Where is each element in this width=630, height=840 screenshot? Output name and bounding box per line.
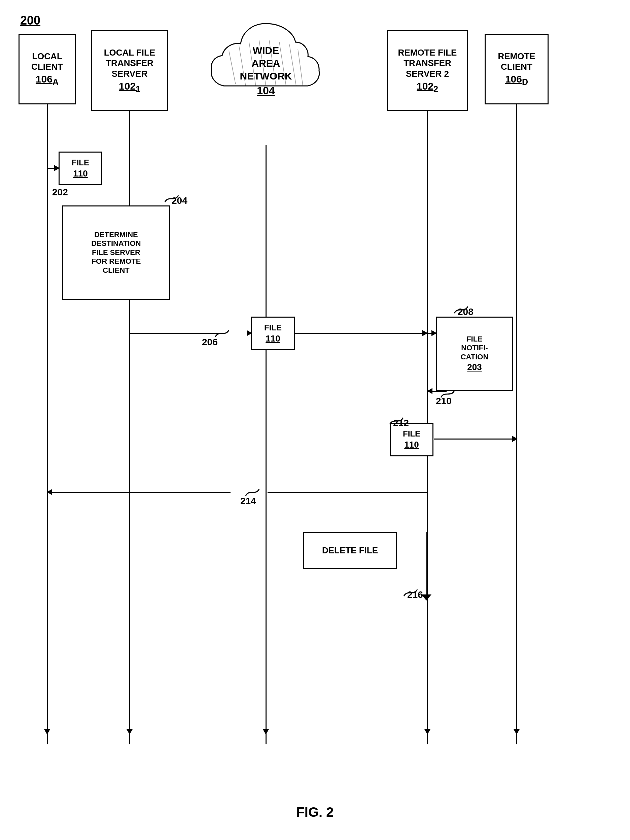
determine-box: DETERMINEDESTINATIONFILE SERVERFOR REMOT…	[62, 205, 170, 300]
break-204	[162, 192, 182, 205]
delete-box-connector	[427, 532, 427, 570]
arrow-206-left	[129, 333, 224, 334]
file-box-3-title: FILE	[403, 429, 421, 439]
local-client-lifeline	[47, 104, 48, 744]
svg-text:WIDE: WIDE	[253, 45, 279, 56]
remote-fts-title: REMOTE FILETRANSFERSERVER 2	[398, 47, 457, 79]
break-212	[386, 414, 406, 428]
arrow-216-head	[421, 594, 432, 601]
remote-client-ref: 106D	[505, 73, 528, 87]
label-214: 214	[240, 496, 256, 507]
arrow-file3-to-rclient	[434, 439, 517, 439]
rfts-arrow-down	[427, 707, 428, 734]
local-client-ref: 106A	[36, 73, 58, 87]
delete-file-box: DELETE FILE	[303, 532, 397, 569]
break-208	[451, 303, 471, 317]
wan-cloud: WIDE AREA NETWORK 104	[209, 17, 323, 145]
file-box-2: FILE 110	[251, 317, 295, 350]
remote-client-box: REMOTECLIENT 106D	[485, 34, 548, 104]
determine-box-title: DETERMINEDESTINATIONFILE SERVERFOR REMOT…	[91, 231, 141, 275]
remote-fts-ref: 1022	[417, 81, 438, 94]
file-box-2-title: FILE	[264, 323, 282, 333]
svg-text:NETWORK: NETWORK	[240, 70, 292, 82]
label-202: 202	[52, 187, 68, 198]
remote-fts-box: REMOTE FILETRANSFERSERVER 2 1022	[387, 30, 468, 111]
remote-client-title: REMOTECLIENT	[498, 51, 535, 72]
diagram-number: 200	[20, 13, 40, 28]
file-notification-ref: 203	[467, 362, 482, 373]
local-client-title: LOCALCLIENT	[31, 51, 63, 72]
file-box-3-ref: 110	[404, 439, 419, 450]
local-fts-title: LOCAL FILETRANSFERSERVER	[104, 47, 156, 79]
file-notification-title: FILENOTIFI-CATION	[461, 335, 489, 362]
diagram-container: 200 LOCALCLIENT 106A LOCAL FILETRANSFERS…	[0, 0, 630, 840]
arrow-202	[47, 168, 59, 169]
local-client-box: LOCALCLIENT 106A	[19, 34, 76, 104]
label-206: 206	[202, 337, 218, 347]
local-fts-ref: 1021	[119, 81, 140, 94]
lfts-arrow-down	[129, 707, 130, 734]
file-box-1-title: FILE	[72, 158, 89, 168]
lc-arrow-down	[47, 707, 48, 734]
svg-marker-12	[421, 594, 432, 600]
file-notification-box: FILENOTIFI-CATION 203	[436, 317, 513, 391]
rc-arrow-down	[516, 707, 517, 734]
arrow-rfts-to-notif	[427, 333, 436, 334]
file-box-1-ref: 110	[73, 168, 88, 179]
wan-lifeline	[266, 145, 266, 744]
remote-client-lifeline	[516, 104, 517, 744]
break-216	[400, 586, 421, 600]
arrow-file2-to-rfts	[295, 333, 427, 334]
file-box-1: FILE 110	[58, 152, 102, 185]
svg-text:AREA: AREA	[251, 58, 280, 69]
arrow-214-left	[47, 492, 230, 493]
wan-arrow-down	[266, 707, 266, 734]
delete-file-title: DELETE FILE	[322, 545, 378, 556]
break-210	[438, 387, 458, 401]
fig-caption: FIG. 2	[296, 805, 334, 820]
local-fts-box: LOCAL FILETRANSFERSERVER 1021	[91, 30, 168, 111]
arrow-214-right	[268, 492, 427, 493]
arrow-216-line	[427, 569, 427, 596]
file-box-2-ref: 110	[266, 333, 280, 344]
svg-text:104: 104	[257, 85, 275, 97]
